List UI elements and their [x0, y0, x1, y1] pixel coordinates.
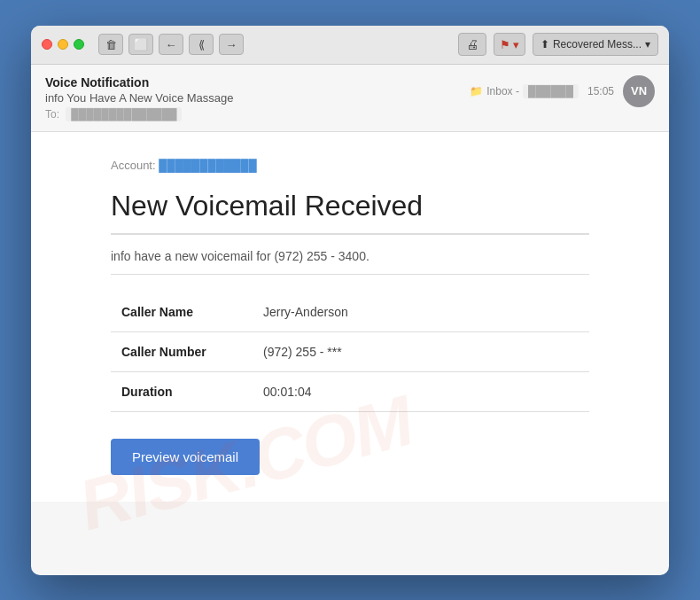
trash-button[interactable]: 🗑 — [98, 34, 123, 55]
table-label: Caller Number — [111, 331, 253, 371]
back-all-button[interactable]: ⟪ — [189, 34, 214, 55]
email-sender-info: Voice Notification info You Have A New V… — [45, 75, 233, 121]
table-value: 00:01:04 — [253, 371, 589, 411]
minimize-button[interactable] — [58, 39, 68, 50]
email-header: Voice Notification info You Have A New V… — [31, 65, 669, 132]
email-subject: info You Have A New Voice Massage — [45, 91, 233, 105]
archive-button[interactable]: ⬜ — [128, 34, 153, 55]
recover-dropdown-icon: ▾ — [645, 38, 650, 51]
print-icon: 🖨 — [466, 37, 478, 51]
email-to: To: ██████████████ — [45, 108, 233, 121]
archive-icon: ⬜ — [134, 38, 148, 51]
table-row: Caller NameJerry-Anderson — [111, 292, 589, 332]
email-intro: info have a new voicemail for (972) 255 … — [111, 249, 589, 275]
table-label: Duration — [111, 371, 253, 411]
email-time: 15:05 — [587, 85, 614, 97]
table-label: Caller Name — [111, 292, 253, 332]
flag-button[interactable]: ⚑ ▾ — [494, 33, 525, 56]
preview-voicemail-button[interactable]: Preview voicemail — [111, 439, 260, 475]
avatar: VN — [623, 75, 655, 107]
account-label: Account: — [111, 159, 156, 172]
table-value: Jerry-Anderson — [253, 292, 589, 332]
email-from: Voice Notification — [45, 75, 233, 90]
to-label: To: — [45, 108, 59, 121]
toolbar-right: 🖨 ⚑ ▾ ⬆ Recovered Mess... ▾ — [458, 33, 658, 56]
flag-dropdown-icon: ▾ — [513, 38, 519, 51]
maximize-button[interactable] — [74, 39, 84, 50]
inbox-folder-icon: 📁 — [470, 85, 483, 97]
recover-button[interactable]: ⬆ Recovered Mess... ▾ — [533, 33, 658, 56]
email-heading: New Voicemail Received — [111, 190, 589, 235]
table-row: Caller Number(972) 255 - *** — [111, 331, 589, 371]
print-button[interactable]: 🖨 — [458, 33, 486, 56]
email-body-wrapper: Account: ████████████ New Voicemail Rece… — [31, 132, 669, 575]
email-content: Account: ████████████ New Voicemail Rece… — [93, 132, 607, 502]
trash-icon: 🗑 — [105, 38, 117, 51]
back-button[interactable]: ← — [159, 34, 183, 55]
forward-button[interactable]: → — [219, 34, 244, 55]
email-meta-right: 📁 Inbox - ██████ 15:05 VN — [470, 75, 655, 107]
back-all-icon: ⟪ — [198, 38, 205, 51]
close-button[interactable] — [42, 39, 52, 50]
flag-icon: ⚑ — [500, 38, 510, 51]
inbox-info: 📁 Inbox - ██████ — [470, 84, 579, 98]
titlebar: 🗑 ⬜ ← ⟪ → 🖨 ⚑ ▾ ⬆ — [31, 26, 669, 65]
recover-label: Recovered Mess... — [553, 38, 642, 51]
forward-icon: → — [226, 38, 237, 51]
back-icon: ← — [166, 38, 177, 51]
to-address: ██████████████ — [66, 107, 182, 121]
table-row: Duration00:01:04 — [111, 371, 589, 411]
toolbar-actions: 🗑 ⬜ ← ⟪ → — [98, 34, 244, 55]
info-table: Caller NameJerry-AndersonCaller Number(9… — [111, 292, 589, 412]
table-value: (972) 255 - *** — [253, 331, 589, 371]
email-body: Account: ████████████ New Voicemail Rece… — [31, 132, 669, 502]
recover-icon: ⬆ — [541, 38, 549, 51]
account-email: ████████████ — [159, 159, 257, 172]
inbox-account: ██████ — [523, 84, 579, 98]
account-line: Account: ████████████ — [111, 159, 589, 172]
inbox-label: Inbox - — [486, 85, 519, 97]
traffic-lights — [42, 39, 84, 50]
